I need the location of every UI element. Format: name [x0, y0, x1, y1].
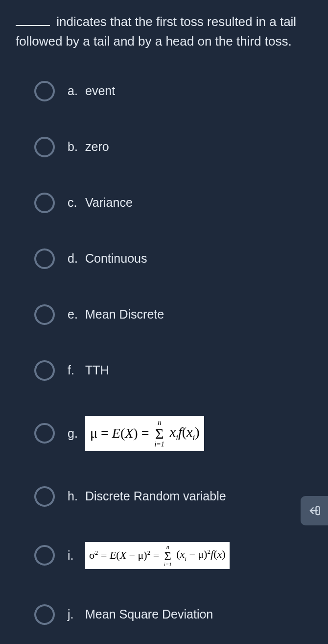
side-tab-button[interactable]	[301, 496, 328, 525]
option-text: event	[85, 84, 115, 98]
option-text: Mean Discrete	[85, 307, 164, 322]
radio-button[interactable]	[34, 486, 55, 507]
radio-button[interactable]	[34, 360, 55, 381]
option-letter: c.	[68, 196, 85, 210]
option-row[interactable]: g. μ = E(X) = nΣi=1 xif(xi)	[34, 416, 314, 451]
option-row[interactable]: a. event	[34, 81, 314, 101]
option-letter: i.	[68, 548, 85, 563]
option-row[interactable]: h. Discrete Random variable	[34, 486, 314, 507]
option-text: Variance	[85, 196, 133, 210]
question-stem: indicates that the first toss resulted i…	[0, 0, 328, 51]
option-row[interactable]: c. Variance	[34, 193, 314, 213]
option-row[interactable]: i. σ2 = E(X − μ)2 = nΣi=1 (xi − μ)2f(x)	[34, 542, 314, 569]
radio-button[interactable]	[34, 248, 55, 269]
option-letter: e.	[68, 307, 85, 322]
radio-button[interactable]	[34, 81, 55, 101]
question-text: indicates that the first toss resulted i…	[16, 14, 296, 49]
radio-button[interactable]	[34, 137, 55, 157]
option-row[interactable]: j. Mean Square Deviation	[34, 604, 314, 625]
radio-button[interactable]	[34, 423, 55, 444]
sigma-icon: nΣi=1	[164, 544, 172, 567]
option-text: zero	[85, 140, 109, 154]
option-row[interactable]: e. Mean Discrete	[34, 304, 314, 325]
option-row[interactable]: f. TTH	[34, 360, 314, 381]
radio-button[interactable]	[34, 304, 55, 325]
option-letter: d.	[68, 251, 85, 266]
option-letter: h.	[68, 489, 85, 503]
option-letter: j.	[68, 607, 85, 621]
option-row[interactable]: b. zero	[34, 137, 314, 157]
sigma-icon: nΣi=1	[154, 419, 164, 448]
option-formula-mean: μ = E(X) = nΣi=1 xif(xi)	[85, 416, 204, 451]
option-text: Discrete Random variable	[85, 489, 226, 503]
option-letter: f.	[68, 363, 85, 377]
option-letter: b.	[68, 140, 85, 154]
option-letter: a.	[68, 84, 85, 98]
option-letter: g.	[68, 426, 85, 441]
radio-button[interactable]	[34, 193, 55, 213]
option-formula-variance: σ2 = E(X − μ)2 = nΣi=1 (xi − μ)2f(x)	[85, 542, 230, 569]
logout-icon	[307, 504, 321, 518]
option-row[interactable]: d. Continuous	[34, 248, 314, 269]
radio-button[interactable]	[34, 545, 55, 566]
radio-button[interactable]	[34, 604, 55, 625]
option-text: TTH	[85, 363, 109, 377]
options-list: a. event b. zero c. Variance d. Continuo…	[0, 51, 328, 625]
option-text: Continuous	[85, 251, 147, 266]
option-text: Mean Square Deviation	[85, 607, 213, 621]
blank-fill	[16, 25, 50, 26]
